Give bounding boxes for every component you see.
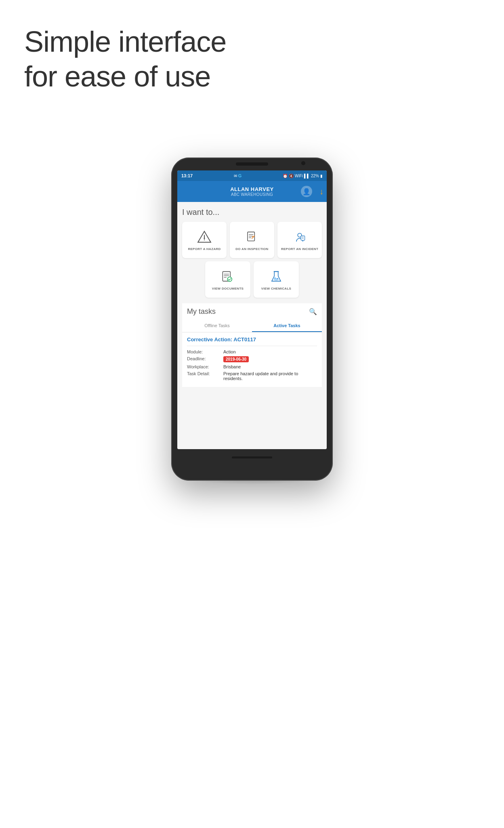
tasks-section: My tasks 🔍 Offline Tasks Active Tasks Co… [182, 303, 322, 387]
battery-percent: 22% [311, 174, 319, 178]
phone-speaker [236, 162, 268, 166]
report-incident-label: REPORT AN INCIDENT [281, 247, 318, 251]
workplace-value: Brisbane [223, 364, 241, 369]
report-hazard-label: REPORT A HAZARD [188, 247, 220, 251]
hazard-icon: ! [197, 229, 212, 245]
do-inspection-label: DO AN INSPECTION [235, 247, 268, 251]
report-hazard-card[interactable]: ! REPORT A HAZARD [182, 222, 227, 258]
deadline-label: Deadline: [187, 356, 223, 362]
email-icon: ✉ [234, 174, 237, 178]
avatar-icon: 👤 [302, 188, 311, 195]
svg-point-9 [252, 236, 253, 237]
mute-icon: 🔇 [289, 174, 294, 178]
phone-screen: 13:17 ✉ G ⏰ 🔇 WiFi ▌▌ 22% ▮ ALLAN HARVEY… [177, 170, 327, 449]
phone-top-bar [171, 158, 333, 170]
header-avatar[interactable]: 👤 [301, 186, 312, 197]
search-icon[interactable]: 🔍 [309, 308, 317, 315]
google-icon: G [238, 173, 242, 178]
task-detail-label: Task Detail: [187, 371, 223, 381]
app-content: I want to... ! REPORT A HAZARD [177, 202, 327, 449]
view-chemicals-card[interactable]: VIEW CHEMICALS [254, 261, 299, 298]
phone-device: 13:17 ✉ G ⏰ 🔇 WiFi ▌▌ 22% ▮ ALLAN HARVEY… [171, 158, 333, 481]
task-deadline-row: Deadline: 2019-06-30 [187, 356, 317, 362]
view-documents-label: VIEW DOCUMENTS [212, 287, 244, 290]
header-user-name: ALLAN HARVEY [230, 186, 274, 192]
phone-camera [301, 161, 305, 165]
task-detail-value: Prepare hazard update and provide to res… [223, 371, 317, 381]
battery-icon: ▮ [320, 174, 323, 178]
action-grid-top: ! REPORT A HAZARD [182, 222, 322, 258]
incident-icon [292, 229, 307, 245]
header-company: ABC WAREHOUSING [230, 192, 274, 197]
task-detail-row: Task Detail: Prepare hazard update and p… [187, 371, 317, 381]
task-workplace-row: Workplace: Brisbane [187, 364, 317, 369]
headline-line2: for ease of use [24, 60, 210, 92]
do-inspection-card[interactable]: DO AN INSPECTION [230, 222, 274, 258]
task-module-row: Module: Action [187, 349, 317, 354]
phone-bottom-bar [171, 449, 333, 465]
inspection-icon [244, 229, 260, 245]
status-left-icons: ✉ G [234, 173, 242, 178]
status-right-icons: ⏰ 🔇 WiFi ▌▌ 22% ▮ [283, 174, 323, 178]
action-grid-bottom: VIEW DOCUMENTS VIEW CHEMICALS [182, 261, 322, 298]
phone-home-bar[interactable] [232, 456, 272, 458]
signal-icon: ▌▌ [304, 174, 310, 178]
deadline-badge: 2019-06-30 [223, 356, 249, 362]
documents-icon [220, 269, 235, 284]
module-value: Action [223, 349, 236, 354]
app-header: ALLAN HARVEY ABC WAREHOUSING 👤 ↓ [177, 181, 327, 202]
tab-offline-tasks[interactable]: Offline Tasks [182, 320, 252, 332]
svg-point-21 [274, 277, 275, 278]
header-download-button[interactable]: ↓ [319, 187, 323, 196]
tasks-tabs: Offline Tasks Active Tasks [182, 320, 322, 332]
status-bar: 13:17 ✉ G ⏰ 🔇 WiFi ▌▌ 22% ▮ [177, 170, 327, 181]
task-divider [187, 346, 317, 346]
header-user-info: ALLAN HARVEY ABC WAREHOUSING [230, 186, 274, 197]
workplace-label: Workplace: [187, 364, 223, 369]
view-chemicals-label: VIEW CHEMICALS [261, 287, 291, 290]
wifi-icon: WiFi [295, 174, 303, 178]
chemicals-icon [269, 269, 284, 284]
module-label: Module: [187, 349, 223, 354]
status-time: 13:17 [181, 173, 193, 178]
task-title[interactable]: Corrective Action: ACT0117 [187, 336, 317, 343]
tasks-header: My tasks 🔍 [182, 303, 322, 320]
tab-active-tasks[interactable]: Active Tasks [252, 320, 322, 332]
svg-point-22 [277, 278, 278, 279]
headline-line1: Simple interface [24, 25, 226, 58]
view-documents-card[interactable]: VIEW DOCUMENTS [205, 261, 250, 298]
section-title: I want to... [182, 208, 322, 217]
download-icon: ↓ [319, 187, 323, 196]
task-item: Corrective Action: ACT0117 Module: Actio… [182, 332, 322, 387]
alarm-icon: ⏰ [283, 174, 288, 178]
report-incident-card[interactable]: REPORT AN INCIDENT [277, 222, 322, 258]
svg-rect-11 [301, 235, 305, 240]
svg-point-20 [274, 278, 279, 280]
headline: Simple interface for ease of use [24, 24, 226, 94]
tasks-title: My tasks [187, 307, 216, 316]
